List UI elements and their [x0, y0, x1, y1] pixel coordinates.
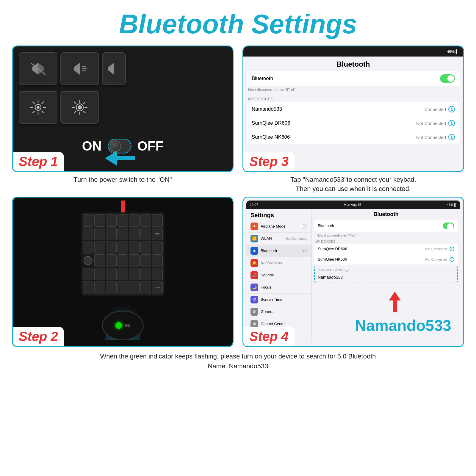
mk29	[83, 268, 94, 280]
sidebar-wlan[interactable]: 📶 WLAN Not Connected	[246, 233, 311, 245]
svg-line-27	[74, 111, 76, 113]
wlan-status: Not Connected	[286, 237, 307, 240]
mk40: Cmd	[152, 281, 163, 294]
mk31	[106, 268, 117, 280]
sidebar-sounds[interactable]: 🔊 Sounds	[246, 269, 311, 281]
mk12	[129, 228, 140, 240]
main-device-name-1: SurnQiee NK606	[318, 257, 347, 262]
namando-big-label: Namando533	[355, 317, 451, 334]
notif-label: Notifications	[261, 261, 282, 265]
mk38	[106, 281, 117, 294]
svg-point-19	[78, 105, 82, 109]
step4-box: 10:07 Mon Aug 15 46% ▌ Settings ✈ Airpla…	[242, 197, 464, 347]
page-title: Bluetooth Settings	[0, 0, 476, 46]
device-status-1: Not Connected ℹ	[416, 120, 455, 126]
led-label: ((·))	[125, 324, 130, 327]
mk15	[83, 241, 94, 253]
mk3	[106, 214, 117, 227]
mk37	[94, 281, 105, 294]
device-row-0[interactable]: Namando533 Connected ℹ	[247, 102, 460, 116]
svg-rect-30	[121, 201, 125, 214]
mini-keyboard: H16	[81, 212, 165, 296]
sounds-label: Sounds	[261, 273, 274, 277]
mk33	[129, 268, 140, 280]
mini-keyboard-container: H16	[81, 212, 165, 340]
sidebar-focus[interactable]: 🌙 Focus	[246, 281, 311, 294]
sidebar-bluetooth[interactable]: ◈ Bluetooth On	[246, 245, 311, 257]
desc-row-top: Turn the power switch to the "ON" Tap "N…	[0, 172, 476, 197]
ipad-battery-main: 46% ▌	[447, 203, 457, 206]
ipad-full: 10:07 Mon Aug 15 46% ▌ Settings ✈ Airpla…	[246, 201, 460, 343]
svg-marker-32	[389, 292, 401, 300]
main-device-name-0: SurnQiee DR606	[318, 247, 347, 251]
info-btn-2[interactable]: ℹ	[448, 134, 455, 140]
other-devices-box: OTHER DEVICES ⓘ Namando533	[314, 266, 458, 283]
mk10	[106, 228, 117, 240]
ipad-bluetooth-main: Bluetooth Bluetooth Now discoverable as …	[312, 209, 460, 343]
ipad-date: Mon Aug 15	[344, 203, 361, 206]
sidebar-airplane[interactable]: ✈ Airplane Mode	[246, 220, 311, 233]
mk32	[118, 268, 128, 280]
airplane-toggle[interactable]	[298, 224, 307, 229]
power-knob	[110, 140, 121, 152]
ipad-time: 10:07	[250, 203, 258, 206]
airplane-label: Airplane Mode	[261, 224, 286, 228]
mk11	[118, 228, 128, 240]
main-status-0: Not Connected	[425, 247, 447, 251]
main-device-row-0[interactable]: SurnQiee DR606 Not Connected ℹ	[314, 244, 458, 254]
main-info-0[interactable]: ℹ	[450, 247, 454, 251]
key-vol-mute	[19, 52, 57, 85]
general-label: General	[261, 309, 274, 314]
info-btn-1[interactable]: ℹ	[448, 120, 455, 126]
sidebar-general[interactable]: ⚙ General	[246, 306, 311, 318]
mk7	[152, 214, 163, 227]
step1-label: Step 1	[13, 152, 64, 171]
mk17	[106, 241, 117, 253]
svg-point-9	[37, 106, 40, 109]
mk25	[118, 254, 128, 267]
settings-title: Settings	[246, 209, 311, 220]
sidebar-notifications[interactable]: 🔔 Notifications	[246, 257, 311, 269]
ipad-top-bar: 46% ▌	[243, 46, 463, 57]
svg-marker-3	[74, 63, 80, 75]
focus-icon: 🌙	[250, 284, 258, 291]
bt-main-toggle[interactable]	[443, 223, 454, 229]
other-device-namando[interactable]: Namando533	[318, 274, 454, 281]
mk21	[152, 241, 163, 253]
mk24	[106, 254, 117, 267]
zoom-area: ((·))	[81, 296, 165, 340]
bt-main-title: Bluetooth	[312, 209, 460, 220]
device-status-0: Connected ℹ	[424, 106, 455, 112]
my-devices-main-label: MY DEVICES	[312, 238, 460, 244]
step2-image: H16	[13, 198, 233, 346]
sidebar-screentime[interactable]: ⏱ Screen Time	[246, 294, 311, 306]
svg-line-25	[83, 111, 85, 113]
step4-label: Step 4	[243, 327, 295, 346]
off-label: OFF	[137, 139, 164, 154]
airplane-icon: ✈	[250, 223, 258, 230]
bluetooth-toggle-row: Bluetooth	[247, 71, 460, 86]
step4-ipad: 10:07 Mon Aug 15 46% ▌ Settings ✈ Airpla…	[243, 198, 463, 346]
mk5	[129, 214, 140, 227]
mk28	[152, 254, 163, 267]
svg-line-17	[32, 111, 35, 113]
bluetooth-toggle[interactable]	[440, 74, 455, 83]
main-info-1[interactable]: ℹ	[450, 257, 454, 262]
svg-line-26	[83, 102, 85, 104]
bt-main-label: Bluetooth	[318, 223, 334, 228]
bottom-desc-text: When the green indicator keeps flashing,…	[100, 353, 376, 370]
step2-box: H16	[12, 197, 234, 347]
green-led	[115, 322, 122, 329]
main-device-row-1[interactable]: SurnQiee NK606 Not Connected ℹ	[314, 254, 458, 264]
device-row-2[interactable]: SurnQiee NK606 Not Connected ℹ	[247, 130, 460, 144]
svg-line-16	[42, 102, 44, 104]
svg-line-24	[74, 102, 76, 104]
bt-sidebar-status: On	[303, 249, 307, 253]
bt-icon: ◈	[250, 247, 258, 255]
device-row-1[interactable]: SurnQiee DR606 Not Connected ℹ	[247, 116, 460, 130]
device-name-0: Namando533	[252, 106, 282, 112]
arrow-left-indicator	[105, 151, 135, 167]
mk-wide	[118, 281, 140, 294]
info-btn-0[interactable]: ℹ	[448, 106, 455, 112]
device-status-2: Not Connected ℹ	[416, 134, 455, 140]
